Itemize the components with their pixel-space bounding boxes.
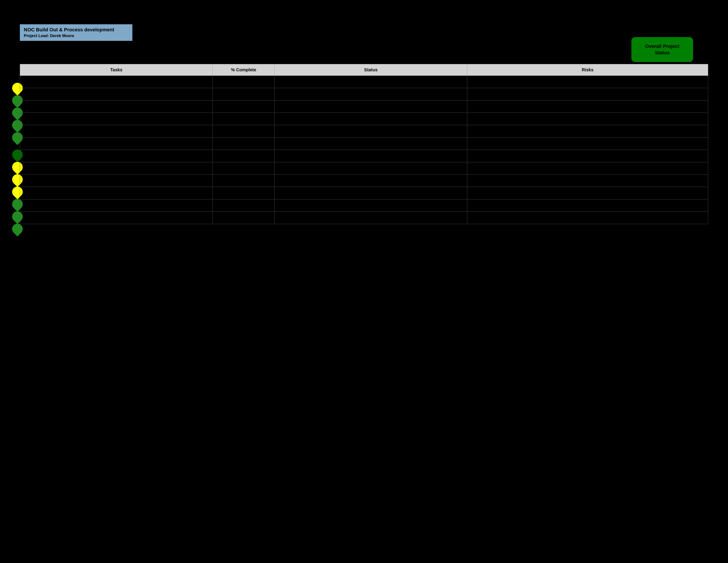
complete-cell (213, 76, 275, 88)
table-row (20, 125, 708, 137)
complete-cell (213, 137, 275, 150)
status-cell (275, 187, 467, 199)
col-header-tasks: Tasks (20, 64, 213, 76)
col-header-risks: Risks (467, 64, 708, 76)
status-cell (275, 88, 467, 100)
complete-cell (213, 187, 275, 199)
table-row (20, 137, 708, 150)
table-row (20, 100, 708, 113)
status-cell (275, 113, 467, 125)
status-cell (275, 212, 467, 224)
table-header-row: Tasks % Complete Status Risks (20, 64, 708, 76)
risks-cell (467, 150, 708, 162)
overall-status-text: Overall Project Status (639, 43, 685, 56)
complete-cell (213, 113, 275, 125)
complete-cell (213, 88, 275, 100)
risks-cell (467, 76, 708, 88)
table-row (20, 76, 708, 88)
task-cell (20, 88, 213, 100)
project-lead-label: Project Lead: (24, 34, 49, 38)
risks-cell (467, 199, 708, 212)
overall-status-box: Overall Project Status (631, 37, 693, 62)
task-cell (20, 125, 213, 137)
col-header-complete: % Complete (213, 64, 275, 76)
main-table: Tasks % Complete Status Risks (20, 64, 708, 224)
complete-cell (213, 150, 275, 162)
status-cell (275, 175, 467, 187)
project-header: NOC Build Out & Process development Proj… (20, 24, 132, 41)
risks-cell (467, 125, 708, 137)
table-row (20, 187, 708, 199)
risks-cell (467, 187, 708, 199)
risks-cell (467, 100, 708, 113)
table-row (20, 88, 708, 100)
status-cell (275, 150, 467, 162)
risks-cell (467, 175, 708, 187)
task-cell (20, 113, 213, 125)
task-cell (20, 137, 213, 150)
project-title: NOC Build Out & Process development (24, 27, 128, 33)
project-lead-name: Derek Moore (50, 34, 74, 38)
risks-cell (467, 113, 708, 125)
status-cell (275, 76, 467, 88)
table-row (20, 162, 708, 175)
project-lead: Project Lead: Derek Moore (24, 34, 128, 38)
task-cell (20, 187, 213, 199)
table-row (20, 212, 708, 224)
table-row (20, 113, 708, 125)
task-cell (20, 76, 213, 88)
risks-cell (467, 162, 708, 175)
col-header-status: Status (275, 64, 467, 76)
status-cell (275, 100, 467, 113)
risks-cell (467, 137, 708, 150)
status-cell (275, 162, 467, 175)
complete-cell (213, 100, 275, 113)
complete-cell (213, 212, 275, 224)
table-row (20, 199, 708, 212)
status-cell (275, 137, 467, 150)
task-cell (20, 175, 213, 187)
table-row (20, 150, 708, 162)
task-cell (20, 162, 213, 175)
complete-cell (213, 175, 275, 187)
task-cell (20, 100, 213, 113)
task-cell (20, 212, 213, 224)
status-cell (275, 125, 467, 137)
table-row (20, 175, 708, 187)
complete-cell (213, 125, 275, 137)
risks-cell (467, 88, 708, 100)
table-container: Tasks % Complete Status Risks (20, 64, 708, 224)
task-cell (20, 199, 213, 212)
risks-cell (467, 212, 708, 224)
task-cell (20, 150, 213, 162)
complete-cell (213, 199, 275, 212)
complete-badge: Complete (236, 167, 264, 174)
status-cell (275, 199, 467, 212)
